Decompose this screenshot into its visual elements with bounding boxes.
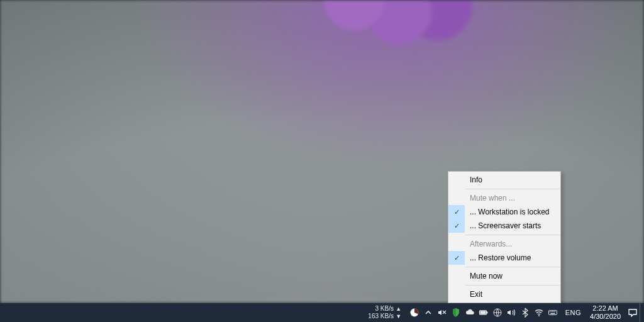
menu-label: ... Restore volume <box>465 253 531 262</box>
volume-muted-icon[interactable] <box>437 308 447 318</box>
battery-icon[interactable] <box>479 308 489 318</box>
menu-gutter <box>448 237 465 251</box>
menu-gutter <box>448 173 465 187</box>
menu-header-afterwards: Afterwards... <box>448 237 560 251</box>
arrow-down-icon: ▼ <box>396 313 402 320</box>
menu-label: ... Screensaver starts <box>465 221 541 230</box>
onedrive-cloud-icon[interactable] <box>465 308 475 318</box>
menu-label: Mute when ... <box>465 194 515 203</box>
menu-label: Info <box>465 175 482 184</box>
net-download-value: 163 KB/s <box>368 313 394 319</box>
net-upload-value: 3 KB/s <box>375 305 393 312</box>
show-desktop-button[interactable] <box>640 303 644 322</box>
language-indicator[interactable]: ENG <box>562 309 585 316</box>
clock-date: 4/30/2020 <box>590 313 621 321</box>
svg-rect-4 <box>487 312 488 314</box>
taskbar: 3 KB/s ▲ 163 KB/s ▼ <box>0 303 644 322</box>
network-globe-icon[interactable] <box>492 308 502 318</box>
keyboard-icon[interactable] <box>548 308 558 318</box>
menu-label: Mute now <box>465 272 502 280</box>
volume-icon[interactable] <box>506 308 516 318</box>
system-tray <box>406 308 562 318</box>
menu-label: Afterwards... <box>465 240 512 248</box>
menu-gutter <box>448 191 465 205</box>
menu-item-mute-now[interactable]: Mute now <box>448 269 560 283</box>
menu-item-workstation-locked[interactable]: ... Workstation is locked <box>448 205 560 219</box>
menu-gutter <box>448 269 465 283</box>
tray-context-menu: Info Mute when ... ... Workstation is lo… <box>448 171 561 303</box>
arrow-up-icon: ▲ <box>396 306 402 313</box>
svg-point-7 <box>538 315 540 316</box>
menu-checkmark-icon <box>448 219 465 233</box>
menu-separator <box>465 267 560 267</box>
taskbar-clock[interactable]: 2:22 AM 4/30/2020 <box>585 304 626 321</box>
menu-item-info[interactable]: Info <box>448 173 560 187</box>
menu-checkmark-icon <box>448 251 465 265</box>
menu-label: ... Workstation is locked <box>465 208 550 216</box>
security-shield-icon[interactable] <box>451 308 461 318</box>
action-center-icon[interactable] <box>626 303 640 322</box>
clock-time: 2:22 AM <box>590 304 621 313</box>
svg-rect-5 <box>480 311 486 314</box>
menu-checkmark-icon <box>448 205 465 219</box>
network-monitor[interactable]: 3 KB/s ▲ 163 KB/s ▼ <box>368 305 405 320</box>
pie-timer-icon[interactable] <box>409 308 419 318</box>
menu-separator <box>465 285 560 286</box>
menu-item-screensaver-starts[interactable]: ... Screensaver starts <box>448 219 560 233</box>
svg-rect-8 <box>548 311 557 315</box>
bluetooth-icon[interactable] <box>520 308 530 318</box>
menu-separator <box>465 189 560 189</box>
menu-item-exit[interactable]: Exit <box>448 287 560 301</box>
tray-overflow-chevron-icon[interactable] <box>423 308 433 318</box>
menu-header-mute-when: Mute when ... <box>448 191 560 205</box>
menu-separator <box>465 235 560 235</box>
menu-gutter <box>448 287 465 301</box>
menu-item-restore-volume[interactable]: ... Restore volume <box>448 251 560 265</box>
menu-label: Exit <box>465 290 482 299</box>
wifi-icon[interactable] <box>534 308 544 318</box>
